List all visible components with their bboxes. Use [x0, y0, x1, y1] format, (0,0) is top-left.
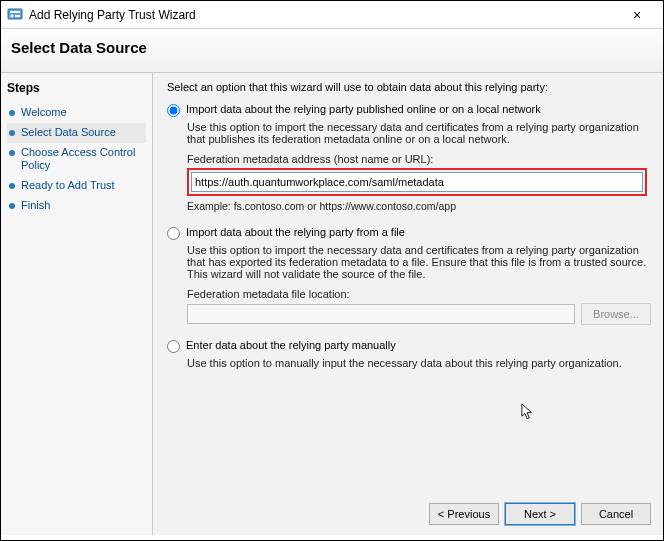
- svg-point-2: [11, 14, 14, 17]
- steps-sidebar: Steps Welcome Select Data Source Choose …: [1, 73, 153, 535]
- option-label[interactable]: Import data about the relying party publ…: [186, 103, 541, 115]
- radio-import-file[interactable]: [167, 227, 180, 240]
- wizard-header: Select Data Source: [1, 29, 663, 73]
- step-welcome[interactable]: Welcome: [7, 103, 146, 123]
- metadata-url-example: Example: fs.contoso.com or https://www.c…: [187, 200, 651, 212]
- step-label[interactable]: Choose Access Control Policy: [21, 146, 144, 174]
- step-label[interactable]: Select Data Source: [21, 126, 116, 140]
- bullet-icon: [9, 110, 15, 116]
- next-button[interactable]: Next >: [505, 503, 575, 525]
- step-label[interactable]: Ready to Add Trust: [21, 179, 115, 193]
- metadata-file-input[interactable]: [187, 304, 575, 324]
- option-import-online: Import data about the relying party publ…: [167, 103, 651, 212]
- option-enter-manually: Enter data about the relying party manua…: [167, 339, 651, 369]
- option-desc: Use this option to import the necessary …: [187, 244, 651, 280]
- close-icon[interactable]: ×: [617, 7, 657, 23]
- svg-rect-1: [10, 11, 20, 13]
- metadata-url-input[interactable]: [191, 172, 643, 192]
- svg-rect-3: [15, 15, 20, 17]
- titlebar: Add Relying Party Trust Wizard ×: [1, 1, 663, 29]
- main-panel: Select an option that this wizard will u…: [153, 73, 663, 535]
- bullet-icon: [9, 150, 15, 156]
- radio-import-online[interactable]: [167, 104, 180, 117]
- radio-enter-manually[interactable]: [167, 340, 180, 353]
- page-title: Select Data Source: [11, 39, 653, 56]
- option-import-file: Import data about the relying party from…: [167, 226, 651, 325]
- metadata-file-label: Federation metadata file location:: [187, 288, 651, 300]
- option-desc: Use this option to manually input the ne…: [187, 357, 651, 369]
- step-access-control-policy[interactable]: Choose Access Control Policy: [7, 143, 146, 177]
- option-desc: Use this option to import the necessary …: [187, 121, 651, 145]
- option-label[interactable]: Import data about the relying party from…: [186, 226, 405, 238]
- bullet-icon: [9, 183, 15, 189]
- bullet-icon: [9, 130, 15, 136]
- bullet-icon: [9, 203, 15, 209]
- metadata-url-label: Federation metadata address (host name o…: [187, 153, 651, 165]
- highlight-box: [187, 168, 647, 196]
- cancel-button[interactable]: Cancel: [581, 503, 651, 525]
- intro-text: Select an option that this wizard will u…: [167, 81, 651, 93]
- step-label[interactable]: Finish: [21, 199, 50, 213]
- step-ready-to-add-trust[interactable]: Ready to Add Trust: [7, 176, 146, 196]
- step-finish[interactable]: Finish: [7, 196, 146, 216]
- svg-rect-0: [8, 9, 22, 19]
- step-label[interactable]: Welcome: [21, 106, 67, 120]
- previous-button[interactable]: < Previous: [429, 503, 499, 525]
- wizard-icon: [7, 7, 23, 23]
- browse-button[interactable]: Browse...: [581, 303, 651, 325]
- wizard-footer: < Previous Next > Cancel: [429, 503, 651, 525]
- step-select-data-source[interactable]: Select Data Source: [7, 123, 146, 143]
- window-title: Add Relying Party Trust Wizard: [29, 8, 617, 22]
- steps-title: Steps: [7, 81, 146, 95]
- cursor-icon: [521, 403, 535, 421]
- option-label[interactable]: Enter data about the relying party manua…: [186, 339, 396, 351]
